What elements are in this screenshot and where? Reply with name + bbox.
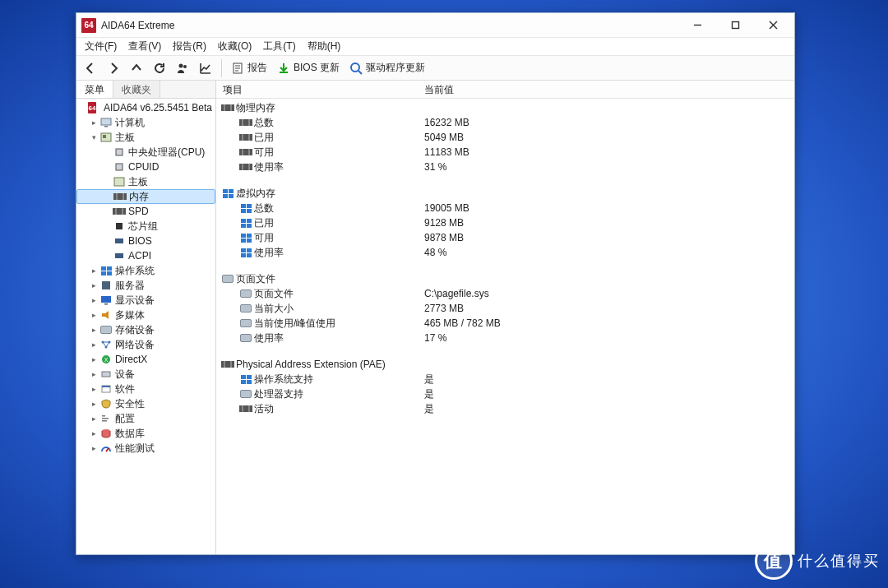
list-row[interactable]: 操作系统支持 是 <box>216 372 794 387</box>
nav-tree[interactable]: 64 AIDA64 v6.25.5451 Beta ▸计算机 ▾主板 中央处理器… <box>76 99 215 554</box>
list-row[interactable]: 处理器支持 是 <box>216 387 794 401</box>
tree-benchmark[interactable]: ▸性能测试 <box>76 441 215 456</box>
chevron-right-icon: ▸ <box>88 118 99 127</box>
tree-root[interactable]: 64 AIDA64 v6.25.5451 Beta <box>76 100 215 115</box>
svg-point-4 <box>179 63 183 67</box>
disk-icon <box>240 289 252 298</box>
row-label: 已用 <box>254 131 274 145</box>
watermark-text: 什么值得买 <box>798 551 880 571</box>
details-list[interactable]: 物理内存 总数 16232 MB 已用 5049 MB 可用 <box>216 99 794 554</box>
row-value: 2773 MB <box>418 303 794 314</box>
list-row[interactable]: 使用率 48 % <box>216 245 794 260</box>
sidebar-tab-menu[interactable]: 菜单 <box>76 81 113 98</box>
list-row[interactable]: 当前大小 2773 MB <box>216 301 794 316</box>
driver-update-label: 驱动程序更新 <box>366 61 425 75</box>
tree-chipset[interactable]: 芯片组 <box>76 219 215 234</box>
app-logo-icon: 64 <box>81 18 96 33</box>
svg-rect-25 <box>104 303 108 305</box>
row-label: 处理器支持 <box>254 387 303 401</box>
tree-multimedia[interactable]: ▸多媒体 <box>76 308 215 322</box>
close-button[interactable] <box>755 14 791 37</box>
forward-button[interactable] <box>103 58 124 79</box>
list-row[interactable]: 页面文件 C:\pagefile.sys <box>216 286 794 301</box>
row-value: 9128 MB <box>418 217 794 229</box>
tree-motherboard[interactable]: ▾主板 <box>76 130 215 145</box>
tree-display[interactable]: ▸显示设备 <box>76 293 215 308</box>
column-item[interactable]: 项目 <box>216 81 418 98</box>
tree-software[interactable]: ▸软件 <box>76 382 215 396</box>
tree-storage[interactable]: ▸存储设备 <box>76 322 215 337</box>
menu-help[interactable]: 帮助(H) <box>303 38 346 55</box>
menu-view[interactable]: 查看(V) <box>123 38 166 55</box>
list-row[interactable]: 可用 9878 MB <box>216 230 794 245</box>
svg-point-11 <box>351 63 359 72</box>
tree-cpu[interactable]: 中央处理器(CPU) <box>76 145 215 160</box>
tree-directx[interactable]: ▸XDirectX <box>76 352 215 367</box>
directx-icon: X <box>99 354 113 365</box>
section-title: 虚拟内存 <box>236 187 275 201</box>
section-header: 页面文件 <box>216 271 794 286</box>
list-row[interactable]: 总数 19005 MB <box>216 201 794 215</box>
windows-icon <box>241 219 252 228</box>
spd-icon <box>113 206 126 217</box>
windows-icon <box>241 375 252 384</box>
list-row[interactable]: 已用 9128 MB <box>216 215 794 230</box>
tree-network[interactable]: ▸网络设备 <box>76 337 215 352</box>
disk-icon <box>240 304 252 313</box>
chevron-right-icon: ▸ <box>88 414 99 423</box>
motherboard-icon <box>99 132 113 143</box>
tree-mb[interactable]: 主板 <box>76 174 215 189</box>
sidebar-tab-fav[interactable]: 收藏夹 <box>113 81 160 98</box>
column-value[interactable]: 当前值 <box>418 81 794 98</box>
title-bar: 64 AIDA64 Extreme <box>76 13 794 38</box>
list-row[interactable]: 使用率 31 % <box>216 160 794 174</box>
bios-update-button[interactable]: BIOS 更新 <box>273 58 344 79</box>
section-title: Physical Address Extension (PAE) <box>236 359 386 370</box>
tree-server[interactable]: ▸服务器 <box>76 278 215 293</box>
svg-rect-33 <box>102 386 110 387</box>
tree-computer[interactable]: ▸计算机 <box>76 115 215 130</box>
row-value: 31 % <box>418 161 794 173</box>
minimize-button[interactable] <box>679 14 715 37</box>
tree-memory[interactable]: 内存 <box>76 189 215 204</box>
tree-acpi[interactable]: ACPI <box>76 248 215 263</box>
maximize-button[interactable] <box>717 14 753 37</box>
cpuid-icon <box>113 161 126 173</box>
tree-devices[interactable]: ▸设备 <box>76 367 215 382</box>
content-panel: 项目 当前值 物理内存 总数 16232 MB 已用 5049 MB <box>216 81 794 554</box>
up-button[interactable] <box>126 58 147 79</box>
tree-config[interactable]: ▸配置 <box>76 411 215 426</box>
disk-icon <box>222 275 234 283</box>
menu-file[interactable]: 文件(F) <box>80 38 122 55</box>
tree-security[interactable]: ▸安全性 <box>76 396 215 411</box>
list-row[interactable]: 使用率 17 % <box>216 331 794 345</box>
devices-icon <box>99 368 113 380</box>
list-row[interactable]: 活动 是 <box>216 401 794 416</box>
menu-report[interactable]: 报告(R) <box>168 38 211 55</box>
list-row[interactable]: 总数 16232 MB <box>216 115 794 130</box>
tree-os[interactable]: ▸操作系统 <box>76 263 215 278</box>
menu-fav[interactable]: 收藏(O) <box>213 38 257 55</box>
refresh-button[interactable] <box>149 58 170 79</box>
list-row[interactable]: 已用 5049 MB <box>216 130 794 145</box>
tree-bios[interactable]: BIOS <box>76 234 215 248</box>
row-value: 是 <box>418 373 794 387</box>
tree-database[interactable]: ▸数据库 <box>76 426 215 441</box>
tree-cpuid[interactable]: CPUID <box>76 160 215 174</box>
row-label: 活动 <box>254 402 274 416</box>
report-button[interactable]: 报告 <box>227 58 271 79</box>
software-icon <box>99 383 113 395</box>
row-value: 465 MB / 782 MB <box>418 317 794 329</box>
back-button[interactable] <box>80 58 101 79</box>
tree-spd[interactable]: SPD <box>76 204 215 219</box>
network-icon <box>99 339 113 350</box>
menu-tools[interactable]: 工具(T) <box>258 38 300 55</box>
driver-update-button[interactable]: 驱动程序更新 <box>345 58 429 79</box>
users-icon[interactable] <box>172 58 193 79</box>
chart-icon[interactable] <box>195 58 216 79</box>
list-row[interactable]: 可用 11183 MB <box>216 145 794 160</box>
chipset-icon <box>113 220 126 232</box>
svg-rect-14 <box>104 126 108 127</box>
bios-icon <box>113 235 126 247</box>
list-row[interactable]: 当前使用/峰值使用 465 MB / 782 MB <box>216 316 794 331</box>
